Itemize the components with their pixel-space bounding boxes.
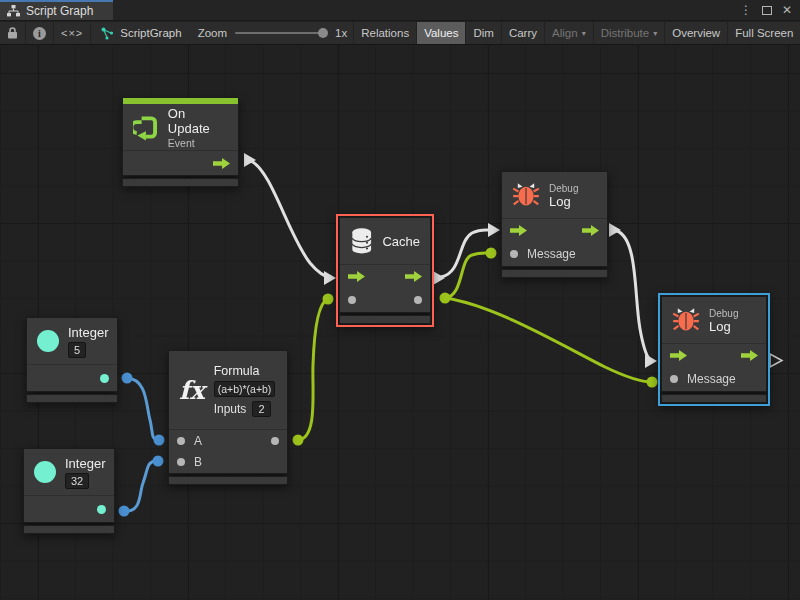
node-cache[interactable]: Cache: [339, 217, 431, 324]
bug-icon: [512, 181, 540, 209]
node-footer: [122, 178, 239, 187]
wire-onupdate-to-cache[interactable]: [251, 161, 331, 278]
node-title: Integer: [68, 325, 108, 340]
info-button[interactable]: i: [26, 22, 54, 44]
node-title: On Update: [168, 106, 228, 136]
message-input-port[interactable]: [510, 250, 518, 258]
zoom-control: Zoom 1x: [192, 22, 354, 44]
node-integer-1[interactable]: Integer 5: [26, 317, 118, 403]
green-wire-endpoint: [486, 248, 497, 259]
relations-button[interactable]: Relations: [353, 22, 417, 44]
more-icon[interactable]: ⋮: [740, 3, 752, 17]
graph-tab-icon: [7, 5, 20, 17]
fx-icon: fx: [179, 378, 205, 403]
close-icon[interactable]: ✕: [782, 3, 792, 17]
flow-arrowhead: [324, 271, 336, 285]
edit-source-button[interactable]: <×>: [54, 22, 91, 44]
wire-cache-to-debuglog2-message[interactable]: [445, 298, 652, 382]
wire-debuglog1-to-debuglog2[interactable]: [617, 231, 650, 360]
graph-breadcrumb[interactable]: ScriptGraph: [91, 22, 191, 44]
value-input-port[interactable]: [348, 296, 356, 304]
flow-input-port[interactable]: [348, 271, 365, 282]
carry-button[interactable]: Carry: [502, 22, 545, 44]
node-title: Integer: [65, 456, 105, 471]
script-graph-icon: [101, 27, 114, 40]
node-footer: [168, 476, 288, 485]
flow-output-port[interactable]: [213, 158, 230, 169]
green-wire-endpoint: [323, 294, 334, 305]
unity-visual-scripting-window: Script Graph ⋮ ✕ i <×>: [0, 0, 800, 600]
value-output-port[interactable]: [271, 437, 279, 445]
distribute-dropdown[interactable]: Distribute▾: [594, 22, 666, 44]
node-footer: [23, 525, 115, 534]
flow-input-port[interactable]: [510, 225, 527, 236]
blue-wire-endpoint: [154, 435, 165, 446]
graph-name-label: ScriptGraph: [120, 27, 181, 39]
flow-output-port[interactable]: [582, 225, 599, 236]
inputs-count-field[interactable]: 2: [252, 401, 270, 417]
node-footer: [339, 315, 431, 324]
node-subtitle: Event: [168, 137, 228, 149]
lock-icon: [7, 27, 18, 39]
titlebar: Script Graph ⋮ ✕: [0, 0, 800, 21]
wire-integer1-to-formula-a[interactable]: [127, 378, 157, 440]
flow-output-port[interactable]: [405, 271, 422, 282]
integer-value-field[interactable]: 32: [65, 473, 89, 489]
node-title: Formula: [214, 364, 276, 378]
wire-cache-to-debuglog1-message[interactable]: [445, 253, 491, 298]
wire-formula-to-cache[interactable]: [298, 299, 328, 440]
wire-integer2-to-formula-b[interactable]: [124, 461, 156, 511]
value-output-port[interactable]: [100, 374, 109, 383]
node-kicker: Debug: [549, 183, 578, 194]
chevron-down-icon: ▾: [582, 29, 586, 38]
port-label: B: [194, 455, 202, 469]
value-output-port[interactable]: [97, 505, 106, 514]
integer-type-icon: [34, 461, 56, 483]
dim-button[interactable]: Dim: [466, 22, 501, 44]
node-kicker: Debug: [709, 308, 738, 319]
node-title: Log: [549, 194, 578, 209]
input-port-b[interactable]: [177, 458, 185, 466]
on-update-loop-icon: [133, 114, 159, 141]
zoom-slider-knob[interactable]: [318, 28, 328, 38]
database-icon: [350, 227, 373, 255]
node-debug-log-1[interactable]: Debug Log Message: [501, 171, 608, 278]
flow-arrowhead: [433, 271, 445, 285]
flow-arrowhead: [244, 153, 256, 167]
flow-arrowhead: [645, 354, 657, 368]
tab-script-graph[interactable]: Script Graph: [0, 0, 113, 20]
input-port-a[interactable]: [177, 437, 185, 445]
chevron-down-icon: ▾: [653, 29, 657, 38]
flow-input-port[interactable]: [670, 350, 687, 361]
values-button[interactable]: Values: [417, 22, 466, 44]
green-wire-endpoint: [440, 293, 451, 304]
value-output-port[interactable]: [414, 296, 422, 304]
info-icon: i: [33, 27, 46, 40]
blue-wire-endpoint: [122, 373, 133, 384]
flow-output-port[interactable]: [741, 350, 758, 361]
node-formula[interactable]: fx Formula (a+b)*(a+b) Inputs 2 A: [168, 350, 288, 485]
graph-canvas[interactable]: On Update Event: [0, 45, 800, 600]
node-on-update[interactable]: On Update Event: [122, 97, 239, 187]
node-title: Log: [709, 319, 738, 334]
maximize-icon[interactable]: [762, 6, 772, 15]
lock-button[interactable]: [0, 22, 26, 44]
code-icon: <×>: [61, 27, 83, 39]
port-label: Message: [527, 247, 576, 261]
zoom-label: Zoom: [198, 27, 227, 39]
integer-type-icon: [37, 330, 59, 352]
green-wire-endpoint: [647, 377, 658, 388]
node-debug-log-2[interactable]: Debug Log Message: [661, 296, 767, 403]
flow-arrowhead: [609, 223, 621, 237]
green-wire-endpoint: [293, 435, 304, 446]
fullscreen-button[interactable]: Full Screen: [728, 22, 800, 44]
align-dropdown[interactable]: Align▾: [545, 22, 594, 44]
overview-button[interactable]: Overview: [665, 22, 728, 44]
integer-value-field[interactable]: 5: [68, 342, 86, 358]
node-integer-2[interactable]: Integer 32: [23, 448, 115, 534]
zoom-slider[interactable]: [235, 32, 327, 34]
formula-expression-field[interactable]: (a+b)*(a+b): [214, 381, 276, 397]
message-input-port[interactable]: [670, 375, 678, 383]
unconnected-flow-triangle[interactable]: [770, 354, 782, 367]
bug-icon: [672, 306, 700, 334]
